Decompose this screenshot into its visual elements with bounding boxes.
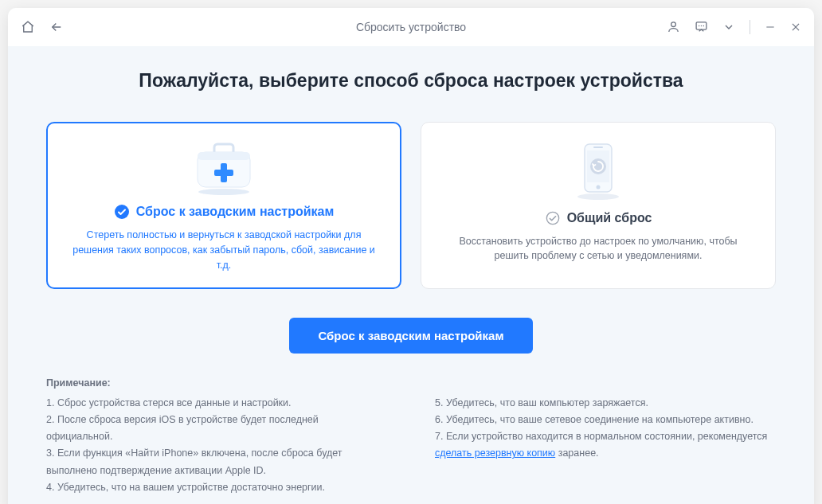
check-outline-icon bbox=[545, 210, 561, 226]
notes-columns: 1. Сброс устройства стерся все данные и … bbox=[46, 395, 776, 497]
cards-row: Сброс к заводским настройкам Стереть пол… bbox=[46, 122, 776, 289]
chevron-down-icon[interactable] bbox=[722, 21, 735, 33]
titlebar: Сбросить устройство bbox=[8, 8, 814, 46]
notes-col-left: 1. Сброс устройства стерся все данные и … bbox=[46, 395, 387, 497]
close-icon[interactable] bbox=[790, 21, 801, 33]
card-title-row: Сброс к заводским настройкам bbox=[114, 204, 335, 220]
medkit-icon bbox=[188, 139, 260, 198]
svg-rect-10 bbox=[214, 170, 233, 176]
svg-rect-8 bbox=[198, 152, 250, 160]
action-row: Сброс к заводским настройкам bbox=[46, 318, 776, 354]
card-title-row: Общий сброс bbox=[545, 210, 652, 226]
note-item: 3. Если функция «Найти iPhone» включена,… bbox=[46, 445, 387, 479]
notes-label: Примечание: bbox=[46, 377, 776, 389]
user-icon[interactable] bbox=[667, 20, 680, 33]
svg-point-15 bbox=[597, 185, 601, 189]
card-factory-desc: Стереть полностью и вернуться к заводско… bbox=[72, 228, 376, 272]
svg-point-12 bbox=[577, 193, 619, 200]
note-item: 6. Убедитесь, что ваше сетевое соединени… bbox=[435, 412, 776, 428]
svg-point-2 bbox=[699, 25, 699, 26]
titlebar-right bbox=[667, 20, 801, 34]
phone-reset-icon bbox=[570, 139, 626, 204]
card-general-desc: Восстановить устройство до настроек по у… bbox=[445, 234, 751, 264]
svg-point-18 bbox=[546, 212, 558, 224]
titlebar-divider bbox=[750, 20, 750, 34]
feedback-icon[interactable] bbox=[695, 20, 708, 33]
svg-point-11 bbox=[115, 205, 129, 219]
note-item: 4. Убедитесь, что на вашем устройстве до… bbox=[46, 479, 387, 496]
home-icon[interactable] bbox=[21, 20, 35, 34]
content: Пожалуйста, выберите способ сброса настр… bbox=[8, 46, 814, 505]
svg-point-0 bbox=[671, 22, 676, 27]
notes-section: Примечание: 1. Сброс устройства стерся в… bbox=[46, 377, 776, 497]
card-factory-reset[interactable]: Сброс к заводским настройкам Стереть пол… bbox=[46, 122, 401, 289]
notes-col-right: 5. Убедитесь, что ваш компьютер заряжает… bbox=[435, 395, 776, 497]
svg-point-4 bbox=[703, 25, 704, 26]
note-item: 2. После сброса версия iOS в устройстве … bbox=[46, 412, 387, 446]
svg-rect-16 bbox=[593, 147, 603, 148]
card-general-title: Общий сброс bbox=[567, 211, 652, 225]
minimize-icon[interactable] bbox=[765, 21, 776, 33]
note-text: заранее. bbox=[555, 447, 598, 459]
card-general-reset[interactable]: Общий сброс Восстановить устройство до н… bbox=[421, 122, 776, 289]
note-item: 7. Если устройство находится в нормально… bbox=[435, 428, 776, 463]
check-icon bbox=[114, 204, 130, 220]
note-item: 5. Убедитесь, что ваш компьютер заряжает… bbox=[435, 395, 776, 412]
card-factory-title: Сброс к заводским настройкам bbox=[136, 205, 335, 219]
back-icon[interactable] bbox=[49, 20, 64, 34]
factory-reset-button[interactable]: Сброс к заводским настройкам bbox=[289, 318, 532, 354]
note-item: 1. Сброс устройства стерся все данные и … bbox=[46, 395, 387, 412]
app-window: Сбросить устройство Пожалуйста, выберите… bbox=[8, 8, 814, 504]
backup-link[interactable]: сделать резервную копию bbox=[435, 447, 555, 459]
svg-point-3 bbox=[701, 25, 702, 26]
svg-point-17 bbox=[590, 158, 606, 174]
svg-point-5 bbox=[198, 189, 249, 195]
page-title: Пожалуйста, выберите способ сброса настр… bbox=[46, 70, 776, 92]
note-text: 7. Если устройство находится в нормально… bbox=[435, 431, 767, 442]
titlebar-left bbox=[21, 20, 64, 34]
window-title: Сбросить устройство bbox=[356, 21, 466, 33]
